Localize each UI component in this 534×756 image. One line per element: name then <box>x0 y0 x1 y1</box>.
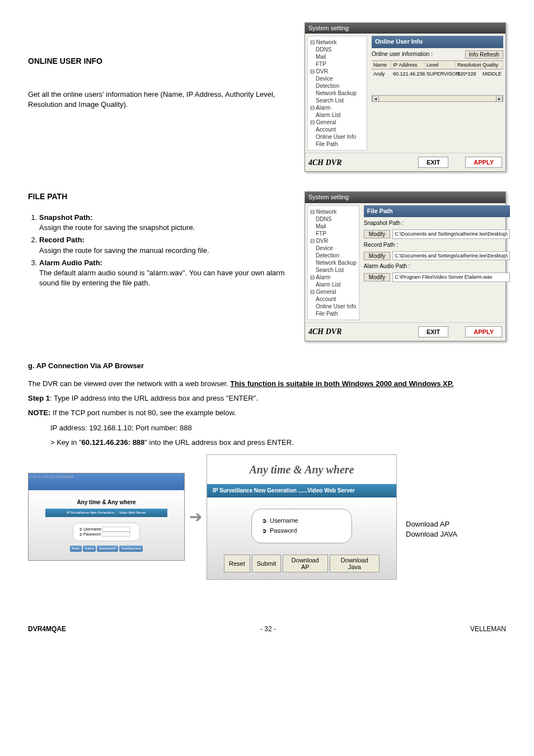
modify-button[interactable]: Modify <box>364 273 390 281</box>
section-g-desc: The DVR can be viewed over the network w… <box>28 379 506 389</box>
login-big-title: Any time & Any where <box>207 455 396 484</box>
snapshot-path-input[interactable]: C:\Documents and Settings\catherine.lee\… <box>392 229 510 239</box>
info-refresh-button[interactable]: Info Refresh <box>465 50 503 59</box>
dialog-titlebar: System setting <box>305 23 505 34</box>
file-path-dialog: System setting ⊟ Network DDNS Mail FTP ⊟… <box>305 191 506 341</box>
exit-button[interactable]: EXIT <box>418 326 448 337</box>
note-line: NOTE: If the TCP port number is not 80, … <box>28 408 506 418</box>
username-input[interactable] <box>102 527 130 532</box>
panel-title: Online User Info <box>372 36 503 48</box>
online-user-info-section: ONLINE USER INFO Get all the online user… <box>28 22 506 172</box>
footer-page: - 32 - <box>260 624 276 634</box>
login-mini-form: ➲ Username ➲ Password <box>73 523 140 542</box>
panel-title: File Path <box>364 205 510 217</box>
key-line: > Key in "60.121.46.236: 888" into the U… <box>50 438 506 448</box>
mini-button[interactable]: Submit <box>83 546 96 552</box>
alarm-audio-input[interactable]: C:\Program Files\Video Server E\alarm.wa… <box>392 273 510 282</box>
password-input[interactable] <box>102 532 130 537</box>
step-1: Step 1: Type IP address into the URL add… <box>28 393 506 403</box>
file-path-section: FILE PATH Snapshot Path: Assign the rout… <box>28 191 506 341</box>
section-g-title: g. AP Connection Via AP Browser <box>28 361 506 371</box>
modify-button[interactable]: Modify <box>364 252 390 260</box>
download-ap-button[interactable]: Download AP <box>283 555 328 572</box>
bullet-icon: ➲ <box>262 517 266 525</box>
submit-button[interactable]: Submit <box>252 555 281 572</box>
brand-label: 4CH DVR <box>308 157 342 168</box>
record-path-input[interactable]: C:\Documents and Settings\catherine.lee\… <box>392 251 510 261</box>
footer-model: DVR4MQAE <box>28 624 66 634</box>
settings-tree[interactable]: ⊟ Network DDNS Mail FTP ⊟ DVR Device Det… <box>307 36 367 151</box>
mini-button[interactable]: Download AP <box>97 546 118 552</box>
list-item: Record Path: Assign the route for saving… <box>39 235 299 255</box>
bullet-icon: ➲ <box>262 527 266 535</box>
dialog-titlebar: System setting <box>305 192 505 203</box>
login-screenshot-big: Any time & Any where IP Surveillance New… <box>207 454 397 580</box>
browser-chrome: ≡ ◂ ▸ ⟳ ✕ 60.121.46.236:888 <box>29 473 184 490</box>
login-screenshots-row: ≡ ◂ ▸ ⟳ ✕ 60.121.46.236:888 Any time & A… <box>28 454 506 580</box>
browser-screenshot-mini: ≡ ◂ ▸ ⟳ ✕ 60.121.46.236:888 Any time & A… <box>28 473 185 561</box>
ap-connection-section: g. AP Connection Via AP Browser The DVR … <box>28 361 506 580</box>
section-description: Get all the online users' information he… <box>28 90 299 110</box>
snapshot-path-label: Snapshot Path : <box>364 219 510 227</box>
footer-brand: VELLEMAN <box>470 624 506 634</box>
apply-button[interactable]: APPLY <box>465 326 502 337</box>
user-table-header: Name IP Address Level Resolution Quality <box>372 60 503 70</box>
page-footer: DVR4MQAE - 32 - VELLEMAN <box>28 624 506 634</box>
login-mini-title: Any time & Any where <box>45 499 167 506</box>
table-row[interactable]: Andy 60.121.46.236 SUPERVISOR 320*228 MI… <box>372 69 503 78</box>
mini-button[interactable]: Download Java <box>119 546 143 552</box>
ip-line: IP address: 192.168.1.10; Port number: 8… <box>50 423 506 433</box>
list-item: Alarm Audio Path: The default alarm audi… <box>39 258 299 289</box>
apply-button[interactable]: APPLY <box>465 157 502 168</box>
download-callout: Download AP Download JAVA <box>406 494 457 539</box>
login-box: ➲ Username ➲ Password <box>251 509 352 543</box>
login-mini-subtitle: IP Surveillance New Generation ... Video… <box>45 509 167 516</box>
modify-button[interactable]: Modify <box>364 230 390 238</box>
settings-tree[interactable]: ⊟ Network DDNS Mail FTP ⊟ DVR Device Det… <box>307 205 359 320</box>
list-item: Snapshot Path: Assign the route for savi… <box>39 213 299 233</box>
mini-button[interactable]: Reset <box>70 546 82 552</box>
download-java-button[interactable]: Download Java <box>330 555 380 572</box>
login-big-subtitle: IP Surveillance New Generation ......Vid… <box>207 484 396 497</box>
exit-button[interactable]: EXIT <box>418 157 448 168</box>
info-text: Online user information : <box>372 50 433 58</box>
record-path-label: Record Path : <box>364 241 510 249</box>
reset-button[interactable]: Reset <box>224 555 250 572</box>
alarm-audio-label: Alarm Audio Path : <box>364 262 510 270</box>
horizontal-scrollbar[interactable]: ◂▸ <box>372 95 503 102</box>
online-user-dialog: System setting ⊟ Network DDNS Mail FTP ⊟… <box>305 22 506 172</box>
section-title: FILE PATH <box>28 191 299 203</box>
section-title: ONLINE USER INFO <box>28 56 299 67</box>
arrow-icon: ➔ <box>189 506 202 528</box>
brand-label: 4CH DVR <box>308 326 342 337</box>
